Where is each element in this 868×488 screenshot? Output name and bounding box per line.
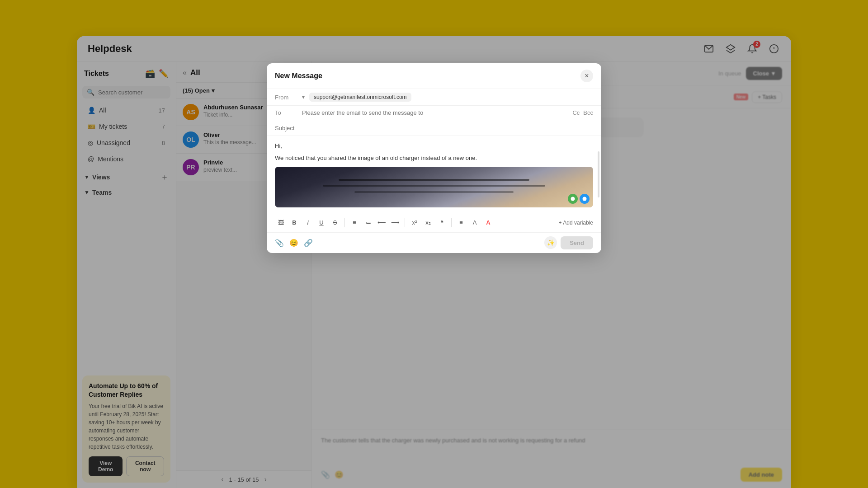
footer-left: 📎 😊 🔗: [275, 239, 313, 247]
toolbar-align-btn[interactable]: ≡: [455, 217, 467, 229]
from-label: From: [275, 94, 297, 101]
toolbar-font-btn[interactable]: A: [469, 217, 481, 229]
toolbar-subscript-btn[interactable]: x₂: [422, 217, 434, 229]
toolbar-align-left-btn[interactable]: ⟵: [376, 217, 387, 229]
image-overlay-icons: [568, 194, 590, 204]
toolbar-list-btn[interactable]: ≡: [349, 217, 360, 229]
to-label: To: [275, 109, 297, 116]
modal-overlay: New Message × From ▾ support@getmanifest…: [0, 0, 868, 488]
toolbar-ordered-list-btn[interactable]: ≔: [362, 217, 374, 229]
toolbar-image-btn[interactable]: 🖼: [275, 217, 287, 229]
image-icon-2: [580, 194, 590, 204]
toolbar-quote-btn[interactable]: ❝: [436, 217, 448, 229]
toolbar-bold-btn[interactable]: B: [288, 217, 300, 229]
subject-input[interactable]: [275, 125, 593, 131]
add-variable-button[interactable]: + Add variable: [559, 220, 593, 226]
from-email: support@getmanifest.onmicrosoft.com: [309, 93, 411, 102]
toolbar-align-right-btn[interactable]: ⟶: [389, 217, 401, 229]
compose-body: We noticed that you shared the image of …: [275, 154, 593, 163]
scrollbar: [598, 151, 599, 197]
compose-greeting: Hi,: [275, 141, 593, 151]
subject-row: [267, 120, 601, 136]
toolbar-font-color-btn[interactable]: A: [482, 217, 494, 229]
new-message-modal: New Message × From ▾ support@getmanifest…: [267, 63, 601, 253]
toolbar-strike-btn[interactable]: S: [329, 217, 341, 229]
modal-header: New Message ×: [267, 63, 601, 89]
from-dropdown-icon[interactable]: ▾: [302, 94, 305, 100]
toolbar-group: 🖼 B I U S ≡ ≔ ⟵ ⟶ x² x₂ ❝ ≡ A A: [275, 217, 494, 229]
attach-icon-footer[interactable]: 📎: [275, 239, 284, 247]
emoji-icon-footer[interactable]: 😊: [289, 239, 298, 247]
close-icon: ×: [585, 72, 589, 80]
toolbar-divider: [344, 218, 345, 227]
modal-toolbar: 🖼 B I U S ≡ ≔ ⟵ ⟶ x² x₂ ❝ ≡ A A + Add va…: [267, 213, 601, 232]
svg-point-5: [571, 197, 575, 201]
compose-area[interactable]: Hi, We noticed that you shared the image…: [267, 136, 601, 213]
modal-footer: 📎 😊 🔗 ✨ Send: [267, 232, 601, 253]
bcc-button[interactable]: Bcc: [583, 109, 593, 116]
from-field-row: From ▾ support@getmanifest.onmicrosoft.c…: [267, 89, 601, 106]
image-icon-1: [568, 194, 578, 204]
modal-close-button[interactable]: ×: [580, 70, 593, 82]
compose-image: [275, 167, 593, 207]
toolbar-underline-btn[interactable]: U: [316, 217, 327, 229]
send-button[interactable]: Send: [561, 236, 593, 249]
svg-point-6: [583, 197, 587, 201]
cc-bcc-buttons: Cc Bcc: [572, 109, 593, 116]
toolbar-divider-2: [405, 218, 405, 227]
toolbar-superscript-btn[interactable]: x²: [409, 217, 420, 229]
modal-title: New Message: [275, 72, 322, 80]
cc-button[interactable]: Cc: [572, 109, 580, 116]
to-field-row: To Cc Bcc: [267, 106, 601, 120]
to-input[interactable]: [302, 109, 568, 116]
toolbar-divider-3: [451, 218, 452, 227]
link-icon-footer[interactable]: 🔗: [304, 239, 313, 247]
toolbar-italic-btn[interactable]: I: [302, 217, 314, 229]
ai-button[interactable]: ✨: [544, 236, 557, 249]
